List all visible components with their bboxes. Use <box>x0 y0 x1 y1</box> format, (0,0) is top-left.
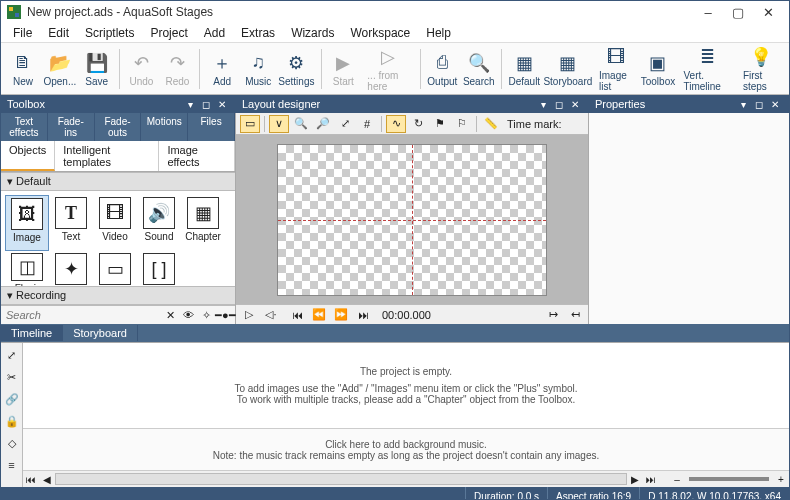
select-tool[interactable]: ▭ <box>240 115 260 133</box>
scroll-track[interactable] <box>55 473 627 485</box>
menu-edit[interactable]: Edit <box>40 24 77 42</box>
eye-icon[interactable]: 👁 <box>179 309 197 321</box>
scroll-last-icon[interactable]: ⏭ <box>643 474 659 485</box>
object-placeholder[interactable]: [ ]Placeholder <box>137 251 181 286</box>
panel-menu-icon[interactable]: ▾ <box>735 99 751 110</box>
object-subtitle[interactable]: ▭Subtitle <box>93 251 137 286</box>
close-button[interactable]: ✕ <box>753 2 783 22</box>
grid-tool[interactable]: # <box>357 115 377 133</box>
playreverse-button[interactable]: ◁· <box>262 308 280 321</box>
scroll-left-icon[interactable]: ◀ <box>39 474 55 485</box>
minimize-button[interactable]: – <box>693 2 723 22</box>
tab-timeline[interactable]: Timeline <box>1 325 63 341</box>
ruler-tool[interactable]: 📏 <box>481 115 501 133</box>
scroll-right-icon[interactable]: ▶ <box>627 474 643 485</box>
tab-fade-outs[interactable]: Fade-outs <box>95 113 142 141</box>
tab-intelligent-templates[interactable]: Intelligent templates <box>55 141 159 171</box>
clear-search-icon[interactable]: ✕ <box>161 309 179 322</box>
flag-tool[interactable]: ⚐ <box>452 115 472 133</box>
play-button[interactable]: ▷ <box>240 308 258 321</box>
fromhere-button[interactable]: ▷... from here <box>361 43 415 94</box>
redo-button[interactable]: ↷Redo <box>159 49 195 89</box>
menu-add[interactable]: Add <box>196 24 233 42</box>
canvas-area[interactable] <box>236 135 588 304</box>
scroll-first-icon[interactable]: ⏮ <box>23 474 39 485</box>
object-flexi[interactable]: ◫Flexi-Coll... <box>5 251 49 286</box>
menu-project[interactable]: Project <box>142 24 195 42</box>
panel-pin-icon[interactable]: ◻ <box>551 99 567 110</box>
default-layout-button[interactable]: ▦Default <box>506 49 543 89</box>
menu-workspace[interactable]: Workspace <box>342 24 418 42</box>
first-frame-button[interactable]: ⏮ <box>288 309 306 321</box>
marker-tool[interactable]: ⚑ <box>430 115 450 133</box>
open-button[interactable]: 📂Open... <box>41 49 79 89</box>
output-button[interactable]: ⎙Output <box>424 49 460 89</box>
object-particle[interactable]: ✦Particle <box>49 251 93 286</box>
section-recording[interactable]: ▾ Recording <box>1 286 235 305</box>
tab-image-effects[interactable]: Image effects <box>159 141 235 171</box>
undo-button[interactable]: ↶Undo <box>123 49 159 89</box>
object-video[interactable]: 🎞Video <box>93 195 137 251</box>
panel-close-icon[interactable]: ✕ <box>767 99 783 110</box>
tab-objects[interactable]: Objects <box>1 141 55 171</box>
panel-close-icon[interactable]: ✕ <box>214 99 230 110</box>
tab-motions[interactable]: Motions <box>141 113 188 141</box>
add-button[interactable]: ＋Add <box>204 49 240 89</box>
storyboard-button[interactable]: ▦Storyboard <box>543 49 593 89</box>
next-frame-button[interactable]: ⏩ <box>332 308 350 321</box>
start-button[interactable]: ▶Start <box>325 49 361 89</box>
verttimeline-button[interactable]: ≣Vert. Timeline <box>677 43 736 94</box>
snap-tool[interactable]: ∨ <box>269 115 289 133</box>
align-tool[interactable]: ≡ <box>4 457 20 473</box>
panel-close-icon[interactable]: ✕ <box>567 99 583 110</box>
save-button[interactable]: 💾Save <box>79 49 115 89</box>
keyframe-out-button[interactable]: ↤ <box>566 308 584 321</box>
panel-menu-icon[interactable]: ▾ <box>535 99 551 110</box>
cut-tool[interactable]: ✂ <box>4 369 20 385</box>
zoom-in-icon[interactable]: + <box>773 474 789 485</box>
menu-scriptlets[interactable]: Scriptlets <box>77 24 142 42</box>
new-button[interactable]: 🗎New <box>5 49 41 89</box>
zoom-slider[interactable]: ━●━ <box>215 309 233 322</box>
tab-storyboard[interactable]: Storyboard <box>63 325 138 341</box>
expand-tool[interactable]: ⤢ <box>4 347 20 363</box>
timeline-empty-track[interactable]: The project is empty. To add images use … <box>23 343 789 429</box>
menu-file[interactable]: File <box>5 24 40 42</box>
tab-text-effects[interactable]: Text effects <box>1 113 48 141</box>
menu-extras[interactable]: Extras <box>233 24 283 42</box>
link-tool[interactable]: 🔗 <box>4 391 20 407</box>
panel-pin-icon[interactable]: ◻ <box>751 99 767 110</box>
object-text[interactable]: TText <box>49 195 93 251</box>
object-sound[interactable]: 🔊Sound <box>137 195 181 251</box>
star-icon[interactable]: ✧ <box>197 309 215 322</box>
keyframe-in-button[interactable]: ↦ <box>544 308 562 321</box>
zoomout-tool[interactable]: 🔎 <box>313 115 333 133</box>
zoom-out-icon[interactable]: – <box>669 474 685 485</box>
prev-frame-button[interactable]: ⏪ <box>310 308 328 321</box>
marker-tool[interactable]: ◇ <box>4 435 20 451</box>
settings-button[interactable]: ⚙Settings <box>276 49 316 89</box>
curve-tool[interactable]: ∿ <box>386 115 406 133</box>
rotate-tool[interactable]: ↻ <box>408 115 428 133</box>
section-default[interactable]: ▾ Default <box>1 172 235 191</box>
firststeps-button[interactable]: 💡First steps <box>737 43 785 94</box>
zoomfit-tool[interactable]: ⤢ <box>335 115 355 133</box>
toolbox-button[interactable]: ▣Toolbox <box>638 49 677 89</box>
last-frame-button[interactable]: ⏭ <box>354 309 372 321</box>
tab-files[interactable]: Files <box>188 113 235 141</box>
timeline-music-track[interactable]: Click here to add background music. Note… <box>23 429 789 471</box>
zoom-slider[interactable] <box>689 477 769 481</box>
object-image[interactable]: 🖼Image <box>5 195 49 251</box>
search-button[interactable]: 🔍Search <box>460 49 497 89</box>
panel-pin-icon[interactable]: ◻ <box>198 99 214 110</box>
object-chapter[interactable]: ▦Chapter <box>181 195 225 251</box>
lock-tool[interactable]: 🔒 <box>4 413 20 429</box>
canvas[interactable] <box>277 144 547 296</box>
zoomin-tool[interactable]: 🔍 <box>291 115 311 133</box>
maximize-button[interactable]: ▢ <box>723 2 753 22</box>
search-input[interactable] <box>3 308 161 322</box>
menu-help[interactable]: Help <box>418 24 459 42</box>
panel-menu-icon[interactable]: ▾ <box>182 99 198 110</box>
tab-fade-ins[interactable]: Fade-ins <box>48 113 95 141</box>
menu-wizards[interactable]: Wizards <box>283 24 342 42</box>
